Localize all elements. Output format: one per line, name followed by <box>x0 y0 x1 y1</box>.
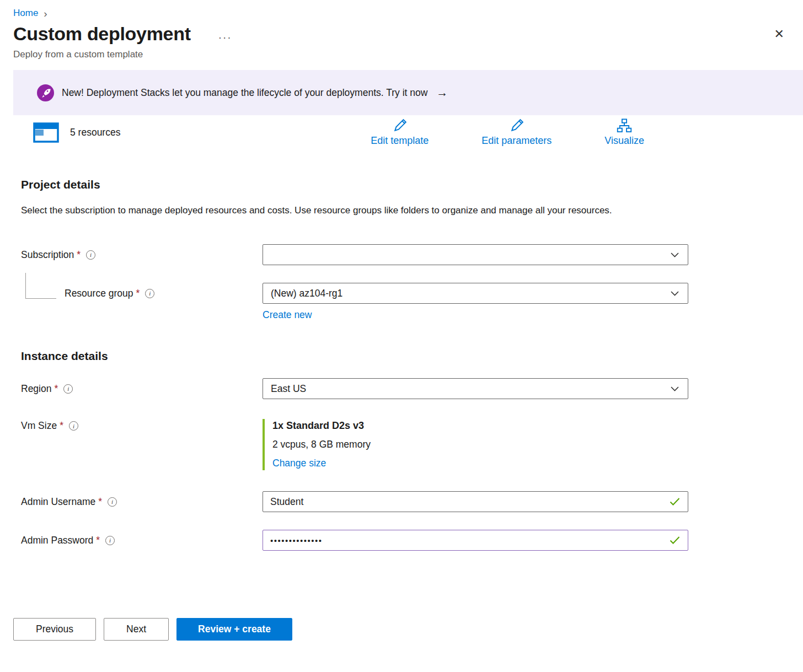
admin-username-row: Admin Username * i <box>21 491 688 512</box>
admin-password-label-cell: Admin Password * i <box>21 535 263 546</box>
visualize-label: Visualize <box>604 135 644 147</box>
close-button[interactable]: ✕ <box>771 28 788 41</box>
template-actions: Edit template Edit parameters Visualize <box>367 117 647 147</box>
template-icon <box>33 122 59 143</box>
resource-group-value: (New) az104-rg1 <box>271 288 342 299</box>
required-marker: * <box>60 420 63 432</box>
vm-size-selection: 1x Standard D2s v3 <box>272 420 688 432</box>
more-options-button[interactable]: ··· <box>218 31 232 44</box>
subscription-label: Subscription <box>21 249 74 261</box>
region-value: East US <box>271 383 306 395</box>
admin-username-label-cell: Admin Username * i <box>21 496 263 508</box>
resource-group-label: Resource group <box>65 288 133 299</box>
page-title: Custom deployment <box>13 23 191 45</box>
subscription-select[interactable] <box>263 244 688 265</box>
vm-size-summary: 1x Standard D2s v3 2 vcpus, 8 GB memory … <box>263 419 688 470</box>
announcement-banner: New! Deployment Stacks let you manage th… <box>13 70 803 115</box>
required-marker: * <box>98 496 102 508</box>
check-icon <box>670 498 680 506</box>
form-content: Project details Select the subscription … <box>0 178 803 551</box>
info-icon[interactable]: i <box>86 250 95 260</box>
vm-size-row: Vm Size * i 1x Standard D2s v3 2 vcpus, … <box>21 419 688 470</box>
edit-parameters-label: Edit parameters <box>481 135 552 147</box>
region-select[interactable]: East US <box>263 378 688 399</box>
breadcrumb: Home › <box>0 0 803 19</box>
footer-actions: Previous Next Review + create <box>0 618 803 648</box>
admin-password-label: Admin Password <box>21 535 93 546</box>
pencil-icon <box>392 118 408 133</box>
region-label: Region <box>21 383 51 395</box>
info-icon[interactable]: i <box>63 384 73 394</box>
review-create-button[interactable]: Review + create <box>176 618 292 641</box>
next-button[interactable]: Next <box>104 618 169 641</box>
required-marker: * <box>77 249 81 261</box>
resources-count: 5 resources <box>70 127 120 138</box>
required-marker: * <box>54 383 58 395</box>
template-bar: 5 resources Edit template Edit parameter… <box>0 115 803 147</box>
edit-template-button[interactable]: Edit template <box>367 117 432 147</box>
admin-username-label: Admin Username <box>21 496 95 508</box>
project-details-description: Select the subscription to manage deploy… <box>21 203 654 218</box>
edit-template-label: Edit template <box>371 135 429 147</box>
rocket-icon <box>37 84 54 101</box>
vm-size-specs: 2 vcpus, 8 GB memory <box>272 439 688 450</box>
banner-message[interactable]: New! Deployment Stacks let you manage th… <box>62 87 427 99</box>
pencil-icon <box>509 118 524 133</box>
template-summary: 5 resources <box>33 122 120 143</box>
visualize-button[interactable]: Visualize <box>601 117 647 147</box>
resource-group-row: Resource group * i (New) az104-rg1 <box>21 283 688 304</box>
resource-group-label-cell: Resource group * i <box>21 288 263 299</box>
page-subtitle: Deploy from a custom template <box>0 45 803 60</box>
breadcrumb-home-link[interactable]: Home <box>13 8 38 19</box>
info-icon[interactable]: i <box>105 536 115 545</box>
info-icon[interactable]: i <box>145 289 154 298</box>
vm-size-label: Vm Size <box>21 420 57 432</box>
connector-line <box>25 273 56 299</box>
create-new-link[interactable]: Create new <box>263 309 312 321</box>
chevron-right-icon: › <box>44 8 47 19</box>
info-icon[interactable]: i <box>69 421 78 431</box>
required-marker: * <box>96 535 100 546</box>
region-row: Region * i East US <box>21 378 688 399</box>
change-size-link[interactable]: Change size <box>272 458 326 469</box>
subscription-label-cell: Subscription * i <box>21 249 263 261</box>
chevron-down-icon <box>671 291 679 296</box>
vm-size-label-cell: Vm Size * i <box>21 419 263 432</box>
project-details-heading: Project details <box>21 178 688 191</box>
chevron-down-icon <box>671 386 679 391</box>
admin-password-input[interactable] <box>263 530 688 551</box>
admin-password-row: Admin Password * i <box>21 530 688 551</box>
info-icon[interactable]: i <box>108 497 117 507</box>
arrow-right-icon[interactable]: → <box>436 86 448 99</box>
instance-details-heading: Instance details <box>21 350 688 363</box>
page-header: Custom deployment ··· ✕ <box>0 19 803 45</box>
chevron-down-icon <box>671 252 679 257</box>
check-icon <box>670 536 680 545</box>
region-label-cell: Region * i <box>21 383 263 395</box>
required-marker: * <box>136 288 140 299</box>
resource-group-select[interactable]: (New) az104-rg1 <box>263 283 688 304</box>
admin-username-input[interactable] <box>263 491 688 512</box>
previous-button[interactable]: Previous <box>13 618 96 641</box>
edit-parameters-button[interactable]: Edit parameters <box>478 117 555 147</box>
subscription-row: Subscription * i <box>21 244 688 265</box>
visualize-icon <box>617 118 632 133</box>
